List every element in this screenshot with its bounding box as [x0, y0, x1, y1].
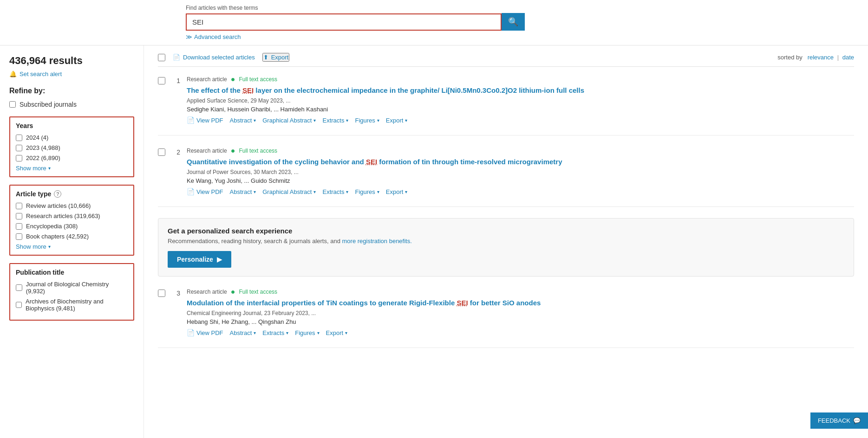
article-2-title[interactable]: Quantitative investigation of the cyclin…	[187, 157, 854, 167]
article-1-extracts[interactable]: Extracts ▾	[322, 117, 348, 124]
article-2-type: Research article	[187, 148, 227, 154]
article-2-extracts[interactable]: Extracts ▾	[322, 188, 348, 195]
abstract-chevron-2: ▾	[254, 189, 256, 194]
personalize-more-link[interactable]: more registration benefits.	[342, 238, 412, 245]
article-2-graphical-abstract[interactable]: Graphical Abstract ▾	[262, 188, 316, 195]
subscribed-journals-row: Subscribed journals	[9, 101, 134, 108]
book-chapters-checkbox[interactable]	[16, 233, 22, 240]
year-2024-label: 2024 (4)	[26, 134, 48, 141]
sort-controls: sorted by relevance | date	[777, 54, 854, 61]
article-2-sei-highlight: SEI	[366, 158, 377, 166]
article-1-export[interactable]: Export ▾	[386, 117, 408, 124]
article-2-figures[interactable]: Figures ▾	[355, 188, 379, 195]
article-1-checkbox[interactable]	[158, 77, 165, 84]
year-2023-item: 2023 (4,988)	[16, 144, 128, 151]
abstract-label-3: Abstract	[230, 329, 252, 336]
years-show-more-text: Show more	[16, 165, 46, 172]
article-2-abstract[interactable]: Abstract ▾	[230, 188, 256, 195]
article-2-view-pdf[interactable]: 📄 View PDF	[187, 188, 223, 195]
article-2-authors: Ke Wang, Yug Joshi, ... Guido Schmitz	[187, 177, 854, 184]
article-3-abstract[interactable]: Abstract ▾	[230, 329, 256, 336]
article-3-type: Research article	[187, 289, 227, 295]
year-2024-checkbox[interactable]	[16, 135, 22, 141]
export-button[interactable]: ⬆ Export	[262, 53, 290, 62]
article-2-checkbox[interactable]	[158, 148, 165, 156]
encyclopedia-item: Encyclopedia (308)	[16, 223, 128, 230]
article-1-number: 1	[172, 77, 180, 124]
book-chapters-label: Book chapters (42,592)	[26, 233, 89, 240]
download-button[interactable]: 📄 Download selected articles	[173, 54, 255, 61]
search-row: 🔍	[186, 13, 859, 31]
export-chevron-2: ▾	[405, 189, 407, 194]
article-1-authors: Sedighe Kiani, Hussein Gharibi, ... Hami…	[187, 106, 854, 113]
years-show-more[interactable]: Show more ▾	[16, 165, 128, 172]
article-3-export[interactable]: Export ▾	[326, 329, 348, 336]
encyclopedia-checkbox[interactable]	[16, 223, 22, 230]
article-3-authors: Hebang Shi, He Zhang, ... Qingshan Zhu	[187, 318, 854, 325]
article-type-chevron-icon: ▾	[48, 244, 51, 249]
abstract-chevron-3: ▾	[254, 330, 256, 335]
year-2022-checkbox[interactable]	[16, 155, 22, 161]
article-1-graphical-abstract[interactable]: Graphical Abstract ▾	[262, 117, 316, 124]
export-label-1: Export	[386, 117, 404, 124]
book-chapters-item: Book chapters (42,592)	[16, 233, 128, 240]
personalize-button[interactable]: Personalize ▶	[168, 251, 231, 268]
abb-label: Archives of Biochemistry and Biophysics …	[26, 298, 128, 312]
feedback-chat-icon: 💬	[853, 417, 861, 424]
select-all-checkbox[interactable]	[158, 54, 165, 61]
article-card-2: 2 Research article ● Full text access Qu…	[158, 147, 854, 207]
article-type-info-icon[interactable]: ?	[54, 190, 61, 198]
subscribed-journals-checkbox[interactable]	[9, 101, 16, 108]
article-3-extracts[interactable]: Extracts ▾	[262, 329, 288, 336]
article-3-title[interactable]: Modulation of the interfacial properties…	[187, 298, 854, 308]
sort-date-link[interactable]: date	[842, 54, 854, 61]
article-card-3: 3 Research article ● Full text access Mo…	[158, 288, 854, 348]
figures-label-2: Figures	[355, 188, 375, 195]
extracts-chevron-2: ▾	[346, 189, 348, 194]
sort-relevance-link[interactable]: relevance	[808, 54, 834, 61]
article-1-abstract[interactable]: Abstract ▾	[230, 117, 256, 124]
personalize-title: Get a personalized search experience	[168, 227, 844, 235]
article-1-view-pdf[interactable]: 📄 View PDF	[187, 116, 223, 124]
review-articles-checkbox[interactable]	[16, 203, 22, 209]
extracts-label-2: Extracts	[322, 188, 344, 195]
advanced-search-link[interactable]: ≫ Advanced search	[186, 33, 859, 40]
figures-chevron-1: ▾	[377, 118, 379, 123]
jbc-checkbox[interactable]	[16, 284, 22, 291]
article-card-1: 1 Research article ● Full text access Th…	[158, 75, 854, 135]
search-area: Find articles with these terms 🔍 ≫ Advan…	[0, 0, 868, 45]
article-3-figures[interactable]: Figures ▾	[295, 329, 319, 336]
article-2-actions: 📄 View PDF Abstract ▾ Graphical Abstract…	[187, 188, 854, 195]
search-input[interactable]	[187, 14, 501, 30]
article-type-filter-title: Article type ?	[16, 190, 128, 198]
article-2-export[interactable]: Export ▾	[386, 188, 408, 195]
article-type-show-more[interactable]: Show more ▾	[16, 243, 128, 250]
jbc-item: Journal of Biological Chemistry (9,932)	[16, 281, 128, 295]
research-articles-item: Research articles (319,663)	[16, 213, 128, 219]
advanced-search-chevrons: ≫	[186, 33, 192, 40]
search-button[interactable]: 🔍	[502, 13, 525, 31]
article-1-title[interactable]: The effect of the SEI layer on the elect…	[187, 85, 854, 95]
article-1-figures[interactable]: Figures ▾	[355, 117, 379, 124]
feedback-label: FEEDBACK	[818, 417, 850, 424]
export-chevron-1: ▾	[405, 118, 407, 123]
toolbar: 📄 Download selected articles ⬆ Export so…	[158, 53, 854, 67]
year-2023-checkbox[interactable]	[16, 145, 22, 151]
article-type-title-text: Article type	[16, 190, 51, 198]
toolbar-left: 📄 Download selected articles ⬆ Export	[158, 53, 289, 62]
review-articles-label: Review articles (10,666)	[26, 202, 91, 209]
research-articles-checkbox[interactable]	[16, 213, 22, 219]
abb-checkbox[interactable]	[16, 302, 22, 308]
article-3-view-pdf[interactable]: 📄 View PDF	[187, 329, 223, 336]
feedback-button[interactable]: FEEDBACK 💬	[810, 412, 868, 429]
export-button-label: Export	[271, 54, 289, 61]
year-2022-label: 2022 (6,890)	[26, 155, 60, 161]
figures-chevron-3: ▾	[317, 330, 320, 335]
personalize-button-label: Personalize	[177, 256, 213, 263]
article-1-meta: Research article ● Full text access	[187, 75, 854, 84]
article-3-checkbox[interactable]	[158, 290, 165, 297]
year-2022-item: 2022 (6,890)	[16, 155, 128, 161]
pdf-icon-1: 📄	[187, 116, 195, 124]
set-alert-link[interactable]: 🔔 Set search alert	[9, 71, 134, 77]
research-articles-label: Research articles (319,663)	[26, 213, 100, 219]
